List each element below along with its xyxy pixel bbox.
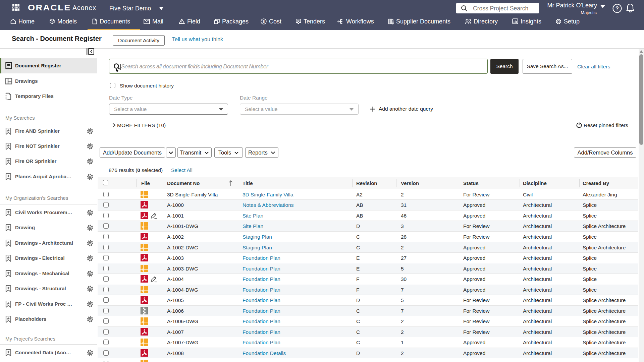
svg-text:$: $ <box>263 19 265 23</box>
svg-text:?: ? <box>615 6 619 11</box>
